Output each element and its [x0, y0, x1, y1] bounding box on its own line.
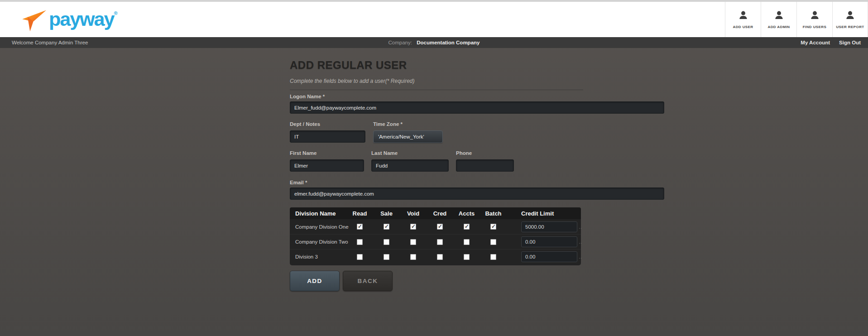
- division-name: Division 3: [290, 254, 346, 259]
- email-input[interactable]: [290, 187, 664, 200]
- header-nav: ADD USER ADD ADMIN FIND USERS USER REPOR…: [725, 2, 868, 37]
- phone-input[interactable]: [456, 159, 514, 172]
- user-icon: [738, 10, 749, 21]
- credit-limit-input[interactable]: [521, 251, 577, 262]
- payway-logo[interactable]: payway ®: [22, 8, 117, 34]
- column-header: Void: [400, 210, 427, 217]
- permission-checkbox-accts[interactable]: [464, 254, 470, 260]
- permission-checkbox-sale[interactable]: [384, 224, 389, 230]
- column-header: Accts: [453, 210, 480, 217]
- first-name-input[interactable]: [290, 159, 364, 172]
- column-header: Sale: [373, 210, 400, 217]
- division-name: Company Division Two: [290, 239, 346, 245]
- dept-notes-input[interactable]: [290, 130, 365, 143]
- permission-checkbox-accts[interactable]: [464, 224, 470, 230]
- permission-checkbox-batch[interactable]: [490, 254, 496, 260]
- nav-label: ADD USER: [733, 25, 753, 29]
- last-name-input[interactable]: [371, 159, 449, 172]
- payway-bird-icon: [22, 8, 48, 34]
- permission-checkbox-cred[interactable]: [437, 224, 443, 230]
- column-header: Cred: [427, 210, 453, 217]
- topbar-links: My Account Sign Out: [801, 40, 861, 45]
- dept-notes-label: Dept / Notes: [290, 121, 320, 127]
- first-name-label: First Name: [290, 150, 317, 156]
- table-row: Company Division Two‥: [290, 234, 581, 249]
- column-header: Batch: [480, 210, 507, 217]
- company-name: Documentation Company: [417, 40, 480, 45]
- nav-label: USER REPORT: [836, 25, 864, 29]
- last-name-label: Last Name: [371, 150, 398, 156]
- add-button[interactable]: ADD: [290, 271, 340, 291]
- credit-limit-input[interactable]: [521, 221, 577, 232]
- resize-grip-icon: ‥: [579, 251, 587, 262]
- permission-checkbox-batch[interactable]: [490, 239, 496, 245]
- company-label: Company:: [388, 40, 412, 45]
- table-row: Division 3‥: [290, 249, 581, 264]
- phone-label: Phone: [456, 150, 472, 156]
- table-row: Company Division One‥: [290, 219, 581, 234]
- company-indicator: Company: Documentation Company: [388, 40, 480, 45]
- page-subtitle: Complete the fields below to add a user(…: [290, 78, 414, 84]
- email-label: Email *: [290, 180, 307, 185]
- my-account-link[interactable]: My Account: [801, 40, 830, 45]
- permission-checkbox-void[interactable]: [410, 224, 416, 230]
- app-header: payway ® ADD USER ADD ADMIN FIND USER: [0, 2, 868, 37]
- divisions-table: Division Name Read Sale Void Cred Accts …: [290, 207, 581, 265]
- sign-out-link[interactable]: Sign Out: [839, 40, 861, 45]
- column-header: Credit Limit: [507, 210, 587, 217]
- nav-user-report[interactable]: USER REPORT: [832, 2, 868, 37]
- time-zone-select[interactable]: 'America/New_York': [373, 130, 443, 143]
- permission-checkbox-read[interactable]: [357, 224, 363, 230]
- permission-checkbox-void[interactable]: [410, 239, 416, 245]
- divisions-table-header: Division Name Read Sale Void Cred Accts …: [290, 207, 581, 219]
- nav-label: FIND USERS: [803, 25, 826, 29]
- registered-trademark: ®: [114, 10, 117, 16]
- back-button[interactable]: BACK: [343, 271, 393, 291]
- nav-label: ADD ADMIN: [767, 25, 790, 29]
- permission-checkbox-sale[interactable]: [384, 254, 389, 260]
- logon-name-label: Logon Name *: [290, 94, 325, 99]
- credit-limit-input[interactable]: [521, 236, 577, 247]
- user-icon: [844, 10, 856, 21]
- permission-checkbox-cred[interactable]: [437, 239, 443, 245]
- permission-checkbox-sale[interactable]: [384, 239, 389, 245]
- nav-find-users[interactable]: FIND USERS: [796, 2, 832, 37]
- time-zone-label: Time Zone *: [373, 121, 403, 127]
- permission-checkbox-read[interactable]: [357, 254, 363, 260]
- column-header: Read: [346, 210, 373, 217]
- division-name: Company Division One: [290, 224, 346, 230]
- division-table-body: Company Division One‥Company Division Tw…: [290, 219, 581, 265]
- screen: payway ® ADD USER ADD ADMIN FIND USER: [0, 0, 868, 336]
- permission-checkbox-accts[interactable]: [464, 239, 470, 245]
- nav-add-user[interactable]: ADD USER: [725, 2, 761, 37]
- permission-checkbox-read[interactable]: [357, 239, 363, 245]
- user-icon: [809, 10, 820, 21]
- user-icon: [773, 10, 785, 21]
- page-title: ADD REGULAR USER: [290, 59, 407, 72]
- nav-add-admin[interactable]: ADD ADMIN: [761, 2, 796, 37]
- brand-wordmark: payway: [49, 8, 114, 30]
- logon-name-input[interactable]: [290, 101, 664, 114]
- resize-grip-icon: ‥: [579, 236, 587, 247]
- title-divider: [290, 90, 583, 90]
- permission-checkbox-void[interactable]: [410, 254, 416, 260]
- permission-checkbox-cred[interactable]: [437, 254, 443, 260]
- resize-grip-icon: ‥: [579, 221, 587, 232]
- column-header: Division Name: [290, 210, 346, 217]
- welcome-bar: Welcome Company Admin Three Company: Doc…: [0, 37, 868, 48]
- permission-checkbox-batch[interactable]: [490, 224, 496, 230]
- welcome-text: Welcome Company Admin Three: [12, 40, 88, 45]
